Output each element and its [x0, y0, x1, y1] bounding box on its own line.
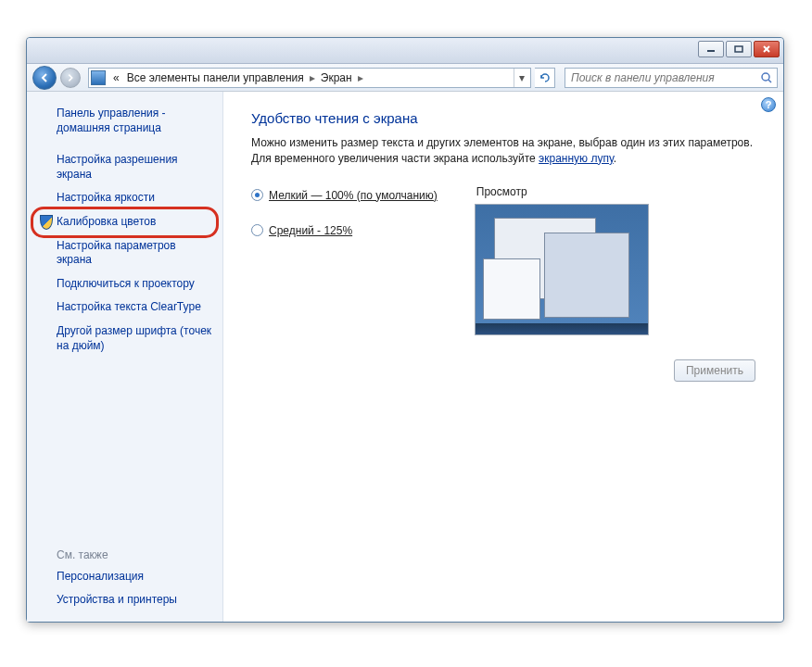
radio-medium[interactable]: Средний - 125% — [251, 224, 438, 237]
sidebar-link-resolution[interactable]: Настройка разрешения экрана — [27, 148, 222, 186]
breadcrumb-parent[interactable]: Все элементы панели управления — [123, 71, 308, 84]
refresh-button[interactable] — [535, 68, 555, 88]
control-panel-window: « Все элементы панели управления ▸ Экран… — [26, 37, 784, 623]
sidebar-link-projector[interactable]: Подключиться к проектору — [27, 272, 222, 296]
preview-image — [475, 204, 649, 335]
page-title: Удобство чтения с экрана — [251, 110, 755, 126]
search-icon — [760, 71, 773, 84]
back-button[interactable] — [32, 66, 57, 90]
sidebar-link-display-settings[interactable]: Настройка параметров экрана — [27, 234, 222, 272]
address-dropdown[interactable]: ▾ — [514, 69, 528, 87]
help-icon[interactable]: ? — [761, 97, 776, 112]
address-bar[interactable]: « Все элементы панели управления ▸ Экран… — [88, 68, 531, 88]
chevron-right-icon: ▸ — [308, 71, 317, 84]
preview-group: Просмотр — [475, 185, 649, 335]
see-also-personalization[interactable]: Персонализация — [27, 565, 222, 589]
sidebar-link-cleartype[interactable]: Настройка текста ClearType — [27, 296, 222, 320]
svg-rect-1 — [735, 46, 742, 52]
sidebar-link-calibrate-color[interactable]: Калибровка цветов — [27, 210, 222, 234]
see-also-header: См. также — [27, 548, 222, 565]
radio-label-medium: Средний - 125% — [269, 224, 352, 237]
maximize-button[interactable] — [726, 41, 752, 57]
radio-label-small: Мелкий — 100% (по умолчанию) — [269, 189, 438, 202]
magnifier-link[interactable]: экранную лупу — [539, 152, 614, 165]
apply-row: Применить — [251, 359, 755, 382]
sidebar-link-brightness[interactable]: Настройка яркости — [27, 186, 222, 210]
radio-icon — [251, 189, 263, 201]
svg-point-4 — [762, 73, 769, 81]
window-body: ? Панель управления - домашняя страница … — [27, 92, 783, 622]
see-also-devices-printers[interactable]: Устройства и принтеры — [27, 588, 222, 612]
forward-button[interactable] — [60, 68, 81, 88]
nav-toolbar: « Все элементы панели управления ▸ Экран… — [27, 64, 783, 92]
main-content: Удобство чтения с экрана Можно изменить … — [223, 92, 783, 622]
control-panel-home-link[interactable]: Панель управления - домашняя страница — [27, 107, 222, 148]
sidebar-link-label: Калибровка цветов — [57, 215, 156, 228]
minimize-button[interactable] — [698, 41, 724, 57]
breadcrumb-current[interactable]: Экран — [317, 71, 356, 84]
sidebar: Панель управления - домашняя страница На… — [27, 92, 223, 622]
chevron-right-icon: ▸ — [356, 71, 365, 84]
radio-icon — [251, 224, 263, 236]
close-button[interactable] — [754, 41, 780, 57]
sidebar-tasks: Настройка разрешения экрана Настройка яр… — [27, 148, 222, 358]
page-description: Можно изменить размер текста и других эл… — [251, 135, 755, 167]
apply-button[interactable]: Применить — [674, 359, 755, 382]
location-icon — [91, 70, 106, 85]
options-row: Мелкий — 100% (по умолчанию) Средний - 1… — [251, 185, 755, 335]
svg-line-5 — [768, 80, 771, 82]
titlebar — [27, 38, 783, 64]
size-options: Мелкий — 100% (по умолчанию) Средний - 1… — [251, 185, 438, 335]
radio-small[interactable]: Мелкий — 100% (по умолчанию) — [251, 189, 438, 202]
breadcrumb-prefix: « — [109, 71, 123, 84]
sidebar-link-custom-dpi[interactable]: Другой размер шрифта (точек на дюйм) — [27, 320, 222, 358]
search-box[interactable] — [565, 68, 778, 88]
preview-label: Просмотр — [475, 185, 649, 198]
search-input[interactable] — [569, 70, 760, 85]
